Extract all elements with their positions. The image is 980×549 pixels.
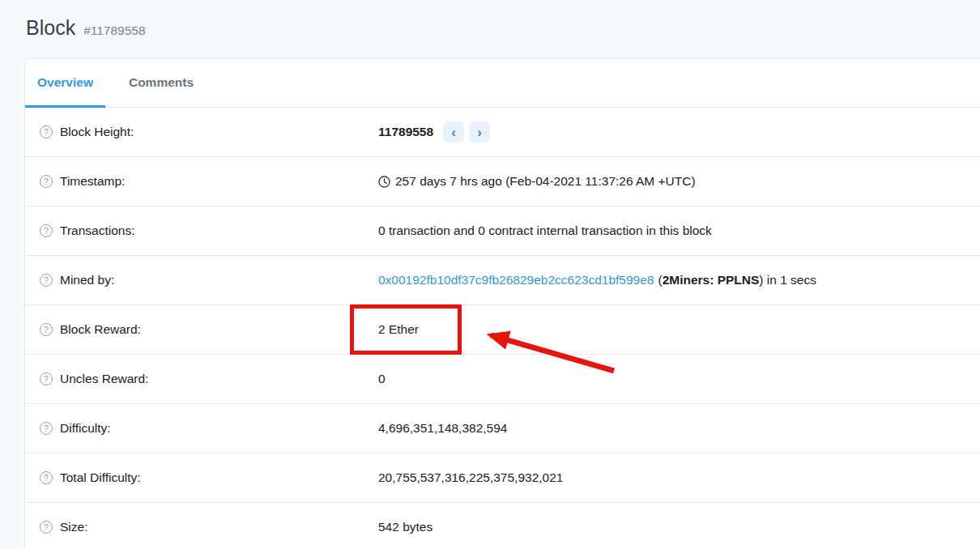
uncles-reward-label: Uncles Reward: — [60, 372, 148, 386]
block-height-label: Block Height: — [60, 125, 134, 139]
tab-comments[interactable]: Comments — [117, 59, 206, 108]
miner-address-link[interactable]: 0x00192fb10df37c9fb26829eb2cc623cd1bf599… — [378, 273, 654, 287]
overview-rows: ? Block Height: 11789558 ‹ › ? Timestamp… — [25, 108, 980, 549]
help-icon[interactable]: ? — [40, 274, 53, 287]
help-icon[interactable]: ? — [40, 224, 53, 237]
block-reward-value: 2 Ether — [378, 322, 419, 337]
mined-by-label: Mined by: — [60, 273, 114, 287]
difficulty-label: Difficulty: — [60, 421, 111, 436]
help-icon[interactable]: ? — [40, 126, 53, 138]
page-header: Block #11789558 — [0, 0, 980, 58]
row-uncles-reward: ? Uncles Reward: 0 — [25, 355, 980, 404]
difficulty-value: 4,696,351,148,382,594 — [378, 421, 507, 436]
row-block-height: ? Block Height: 11789558 ‹ › — [25, 108, 980, 157]
clock-icon — [378, 176, 390, 188]
help-icon[interactable]: ? — [40, 422, 53, 435]
tab-bar: Overview Comments — [25, 59, 980, 108]
block-height-value: 11789558 — [378, 125, 433, 139]
uncles-reward-value: 0 — [378, 372, 386, 386]
row-mined-by: ? Mined by: 0x00192fb10df37c9fb26829eb2c… — [25, 256, 980, 305]
chevron-right-icon: › — [477, 126, 482, 139]
help-icon[interactable]: ? — [40, 323, 53, 336]
size-value: 542 bytes — [378, 520, 432, 534]
timestamp-label: Timestamp: — [60, 174, 125, 189]
chevron-left-icon: ‹ — [451, 126, 456, 139]
miner-name: 2Miners: PPLNS — [663, 273, 760, 287]
mine-time: ) in 1 secs — [759, 273, 816, 287]
next-block-button[interactable]: › — [469, 121, 490, 143]
total-difficulty-label: Total Difficulty: — [60, 470, 141, 485]
page-title: Block — [26, 16, 75, 39]
block-reward-label: Block Reward: — [60, 322, 141, 337]
help-icon[interactable]: ? — [40, 471, 53, 484]
timestamp-value: 257 days 7 hrs ago (Feb-04-2021 11:37:26… — [395, 174, 696, 189]
total-difficulty-value: 20,755,537,316,225,375,932,021 — [378, 470, 563, 485]
help-icon[interactable]: ? — [40, 372, 53, 385]
row-difficulty: ? Difficulty: 4,696,351,148,382,594 — [25, 404, 980, 453]
row-size: ? Size: 542 bytes — [25, 503, 980, 549]
help-icon[interactable]: ? — [40, 521, 53, 534]
tab-overview[interactable]: Overview — [25, 59, 105, 108]
block-details-card: Overview Comments ? Block Height: 117895… — [24, 58, 980, 549]
row-transactions: ? Transactions: 0 transaction and 0 cont… — [25, 206, 980, 256]
transactions-value: 0 transaction and 0 contract internal tr… — [378, 223, 712, 238]
transactions-label: Transactions: — [60, 223, 134, 238]
row-block-reward: ? Block Reward: 2 Ether — [25, 305, 980, 355]
block-number: #11789558 — [83, 19, 145, 42]
help-icon[interactable]: ? — [40, 175, 53, 188]
size-label: Size: — [60, 520, 87, 534]
row-timestamp: ? Timestamp: 257 days 7 hrs ago (Feb-04-… — [25, 157, 980, 206]
previous-block-button[interactable]: ‹ — [443, 121, 464, 143]
row-total-difficulty: ? Total Difficulty: 20,755,537,316,225,3… — [25, 453, 980, 503]
